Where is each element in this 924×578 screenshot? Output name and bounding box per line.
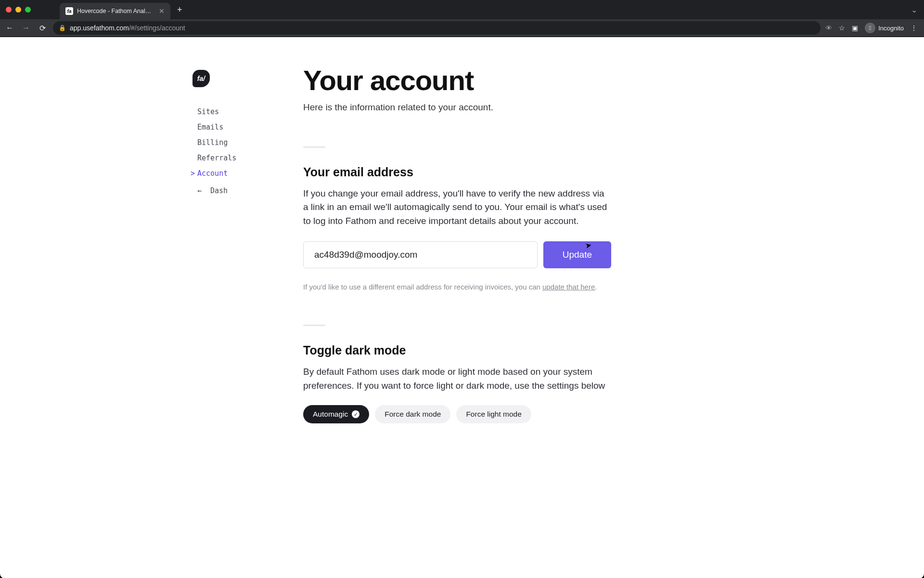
darkmode-option-force-light[interactable]: Force light mode <box>456 405 531 423</box>
url-path: /#/settings/account <box>129 24 185 32</box>
lock-icon: 🔒 <box>59 25 66 31</box>
url-field[interactable]: 🔒 app.usefathom.com/#/settings/account <box>53 21 821 35</box>
sidebar-item-billing[interactable]: Billing <box>192 137 303 148</box>
sidebar-item-sites[interactable]: Sites <box>192 106 303 117</box>
page-title: Your account <box>303 66 611 95</box>
window-close-button[interactable] <box>6 7 12 13</box>
email-section-title: Your email address <box>303 165 611 179</box>
window-maximize-button[interactable] <box>25 7 31 13</box>
tab-title: Hovercode - Fathom Analytics <box>77 8 153 14</box>
page-subtitle: Here is the information related to your … <box>303 102 611 113</box>
incognito-icon: 𖠿 <box>865 23 875 33</box>
page-viewport: fa/ Sites Emails Billing Referrals Accou… <box>0 37 924 578</box>
app-logo[interactable]: fa/ <box>192 70 210 87</box>
section-divider <box>303 146 325 148</box>
darkmode-section-body: By default Fathom uses dark mode or ligh… <box>303 365 611 393</box>
tab-close-icon[interactable]: ✕ <box>159 7 165 15</box>
browser-tab[interactable]: fa Hovercode - Fathom Analytics ✕ <box>60 3 170 19</box>
sidebar-item-referrals[interactable]: Referrals <box>192 153 303 163</box>
tabbar-chevron-icon[interactable]: ⌄ <box>911 5 924 14</box>
window-minimize-button[interactable] <box>15 7 21 13</box>
address-bar: ← → ⟳ 🔒 app.usefathom.com/#/settings/acc… <box>0 19 924 37</box>
main-content: Your account Here is the information rel… <box>303 66 611 423</box>
sidebar-item-account[interactable]: Account <box>192 168 303 179</box>
bookmark-icon[interactable]: ☆ <box>839 24 845 32</box>
email-section-body: If you change your email address, you'll… <box>303 187 611 228</box>
update-button[interactable]: Update <box>543 241 611 268</box>
tab-bar: fa Hovercode - Fathom Analytics ✕ + ⌄ <box>0 0 924 19</box>
back-button[interactable]: ← <box>4 24 15 32</box>
darkmode-option-automagic[interactable]: Automagic ✓ <box>303 405 369 423</box>
reload-button[interactable]: ⟳ <box>37 24 48 33</box>
update-invoice-email-link[interactable]: update that here <box>542 283 595 291</box>
incognito-badge[interactable]: 𖠿 Incognito <box>865 23 904 33</box>
check-icon: ✓ <box>352 410 359 418</box>
sidebar-item-dash[interactable]: Dash <box>192 185 303 196</box>
incognito-label: Incognito <box>878 25 904 32</box>
section-divider <box>303 325 325 326</box>
window-controls <box>6 7 31 13</box>
email-input[interactable] <box>303 241 538 268</box>
darkmode-options: Automagic ✓ Force dark mode Force light … <box>303 405 611 423</box>
forward-button[interactable]: → <box>20 24 32 32</box>
url-host: app.usefathom.com <box>70 24 129 32</box>
sidebar-item-emails[interactable]: Emails <box>192 122 303 132</box>
new-tab-button[interactable]: + <box>170 5 189 15</box>
tracking-off-icon[interactable]: 👁 <box>825 24 832 32</box>
panel-icon[interactable]: ▣ <box>852 24 858 32</box>
browser-chrome: fa Hovercode - Fathom Analytics ✕ + ⌄ ← … <box>0 0 924 37</box>
sidebar: fa/ Sites Emails Billing Referrals Accou… <box>192 66 303 423</box>
darkmode-option-force-dark[interactable]: Force dark mode <box>375 405 450 423</box>
sidebar-nav: Sites Emails Billing Referrals Account D… <box>192 106 303 196</box>
overflow-menu-icon[interactable]: ⋮ <box>911 24 917 32</box>
invoice-email-hint: If you'd like to use a different email a… <box>303 283 611 291</box>
tab-favicon: fa <box>65 7 73 15</box>
darkmode-section-title: Toggle dark mode <box>303 343 611 357</box>
